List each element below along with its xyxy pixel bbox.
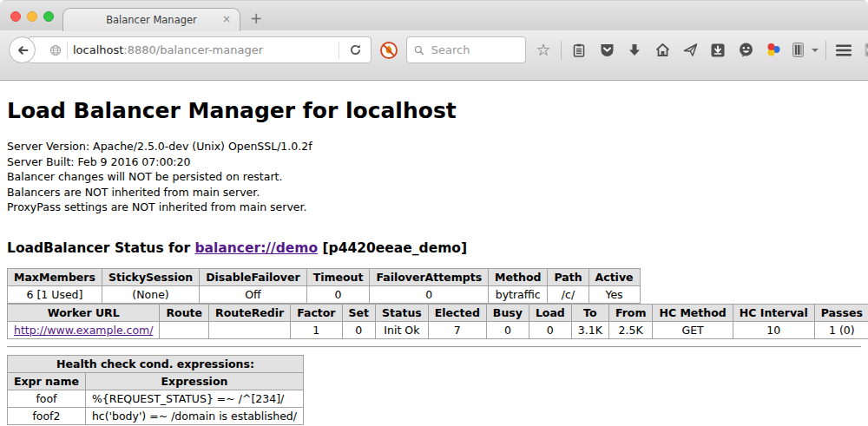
- balancer-heading-prefix: LoadBalancer Status for: [7, 240, 190, 256]
- balancer-demo-link[interactable]: balancer://demo: [194, 240, 318, 256]
- back-button[interactable]: [9, 36, 36, 63]
- persist-notice-line: Balancer changes will NOT be persisted o…: [7, 169, 861, 185]
- col-hc-interval: HC Interval: [733, 304, 814, 321]
- section-divider: [7, 346, 861, 348]
- cell-routeredir: [209, 321, 291, 338]
- col-expression: Expression: [85, 372, 303, 390]
- cell-worker-url: http://www.example.com/: [8, 321, 160, 338]
- close-window-button[interactable]: [10, 11, 21, 22]
- home-icon: [654, 42, 671, 58]
- url-bar[interactable]: localhost:8880/balancer-manager: [28, 36, 372, 63]
- health-check-table: Health check cond. expressions: Expr nam…: [7, 355, 304, 425]
- col-to: To: [571, 304, 608, 321]
- reload-button[interactable]: [345, 40, 365, 61]
- url-domain: localhost: [73, 43, 123, 56]
- cell-expr-name: foof2: [8, 407, 86, 424]
- balancer-table-data-row: 6 [1 Used] (None) Off 0 0 bytraffic /c/ …: [8, 285, 641, 303]
- container-button[interactable]: [791, 36, 805, 63]
- browser-window: Balancer Manager × + localhost:8880/bala…: [0, 0, 868, 426]
- cell-method: bytraffic: [489, 285, 548, 303]
- tab-close-icon[interactable]: ×: [222, 14, 231, 24]
- col-disablefailover: DisableFailover: [200, 268, 306, 285]
- cell-set: 0: [342, 321, 375, 338]
- colorful-extension-button[interactable]: [763, 36, 784, 63]
- url-input[interactable]: localhost:8880/balancer-manager: [73, 43, 333, 56]
- cell-stickysession: (None): [102, 285, 199, 303]
- tab-bar: Balancer Manager × +: [0, 0, 868, 30]
- tab-title: Balancer Manager: [106, 14, 197, 26]
- back-icon: [16, 43, 30, 57]
- reload-icon: [349, 43, 362, 56]
- balancer-heading-suffix: [p4420eeae_demo]: [323, 240, 468, 256]
- cell-timeout: 0: [306, 285, 370, 303]
- col-hc-method: HC Method: [653, 304, 733, 321]
- block-flash-icon: [379, 41, 398, 60]
- health-table-row-foof: foof %{REQUEST_STATUS} =~ /^[234]/: [8, 390, 304, 407]
- server-info: Server Version: Apache/2.5.0-dev (Unix) …: [7, 139, 861, 215]
- toolbar-divider: [825, 41, 826, 60]
- col-load: Load: [529, 304, 571, 321]
- page-content: Load Balancer Manager for localhost Serv…: [0, 81, 868, 426]
- menu-hamburger-icon: [835, 43, 852, 57]
- search-input[interactable]: [430, 43, 518, 57]
- cell-factor: 1: [291, 321, 342, 338]
- worker-table: Worker URL Route RouteRedir Factor Set S…: [7, 304, 868, 339]
- col-route: Route: [160, 304, 209, 321]
- search-icon: [414, 44, 424, 56]
- feedback-button[interactable]: [735, 36, 756, 63]
- url-path: :8880/balancer-manager: [123, 43, 263, 56]
- block-plugin-button[interactable]: [378, 36, 399, 63]
- globe-icon: [49, 44, 62, 56]
- col-routeredir: RouteRedir: [209, 304, 291, 321]
- proxypass-notice-line: ProxyPass settings are NOT inherited fro…: [7, 200, 861, 215]
- toolbar-divider: [561, 41, 562, 60]
- cell-hc-method: GET: [653, 321, 733, 338]
- extension-button[interactable]: [861, 36, 868, 63]
- col-status: Status: [376, 304, 429, 321]
- col-set: Set: [342, 304, 375, 321]
- colored-dots-icon: [766, 42, 782, 58]
- minimize-window-button[interactable]: [27, 11, 37, 22]
- server-built-line: Server Built: Feb 9 2016 07:00:20: [7, 154, 861, 170]
- dropdown-caret-icon[interactable]: [812, 49, 819, 52]
- search-bar[interactable]: [406, 36, 526, 63]
- home-button[interactable]: [652, 36, 673, 63]
- server-version-line: Server Version: Apache/2.5.0-dev (Unix) …: [7, 139, 861, 154]
- send-tab-button[interactable]: [680, 36, 700, 63]
- cell-from: 2.5K: [608, 321, 653, 338]
- balancer-settings-table: MaxMembers StickySession DisableFailover…: [7, 268, 641, 304]
- worker-url-link[interactable]: http://www.example.com/: [14, 324, 153, 337]
- download-helper-button[interactable]: [707, 36, 728, 63]
- col-active: Active: [589, 268, 640, 285]
- pocket-button[interactable]: [596, 36, 617, 63]
- cell-route: [160, 321, 209, 338]
- downloads-button[interactable]: [624, 36, 645, 63]
- bookmark-button[interactable]: ☆: [533, 36, 554, 63]
- health-table-header-row: Expr name Expression: [8, 372, 304, 390]
- urlbar-divider: [339, 42, 339, 59]
- urlbar-divider: [67, 42, 68, 59]
- menu-button[interactable]: [833, 36, 854, 63]
- cell-expr-name: foof: [8, 390, 86, 407]
- health-table-row-foof2: foof2 hc('body') =~ /domain is establish…: [8, 407, 304, 424]
- container-icon: [792, 42, 805, 58]
- col-worker-url: Worker URL: [8, 304, 160, 321]
- new-tab-button[interactable]: +: [250, 11, 262, 26]
- worker-table-data-row: http://www.example.com/ 1 0 Init Ok 7 0 …: [8, 321, 868, 338]
- cell-passes: 1 (0): [814, 321, 868, 338]
- tab-balancer-manager[interactable]: Balancer Manager ×: [62, 8, 240, 31]
- navigation-toolbar: localhost:8880/balancer-manager ☆: [0, 30, 868, 81]
- emoji-icon: [738, 42, 754, 58]
- col-elected: Elected: [428, 304, 486, 321]
- health-table-title-row: Health check cond. expressions:: [8, 355, 304, 372]
- cell-active: Yes: [589, 285, 640, 303]
- balancer-table-header-row: MaxMembers StickySession DisableFailover…: [8, 268, 641, 285]
- worker-table-header-row: Worker URL Route RouteRedir Factor Set S…: [8, 304, 868, 321]
- balancer-status-heading: LoadBalancer Status for balancer://demo …: [7, 240, 861, 256]
- col-maxmembers: MaxMembers: [8, 268, 102, 285]
- zoom-window-button[interactable]: [43, 11, 54, 22]
- cell-maxmembers: 6 [1 Used]: [8, 285, 102, 303]
- cell-busy: 0: [486, 321, 529, 338]
- reading-list-button[interactable]: [569, 36, 589, 63]
- cell-disablefailover: Off: [200, 285, 306, 303]
